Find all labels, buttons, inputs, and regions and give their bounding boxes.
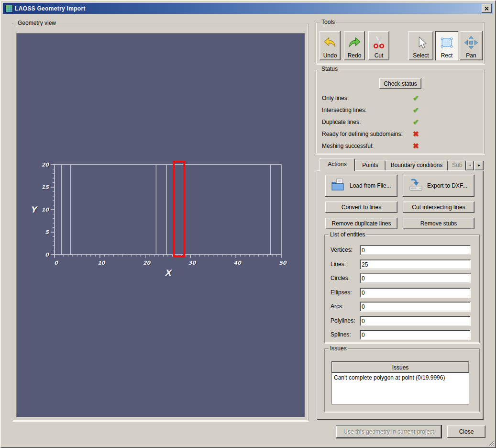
rect-tool-button[interactable]: Rect xyxy=(435,31,458,60)
entity-polylines-input[interactable] xyxy=(360,316,471,326)
tab-points[interactable]: Points xyxy=(355,160,386,171)
app-icon xyxy=(5,5,13,12)
rect-tool-label: Rect xyxy=(441,53,453,59)
tab-actions[interactable]: Actions xyxy=(320,158,355,171)
cut-tool-button[interactable]: Cut xyxy=(368,31,389,60)
status-item-label: Only lines: xyxy=(322,95,349,101)
rect-select-icon xyxy=(440,33,454,53)
cut-intersecting-lines-button[interactable]: Cut intersecting lines xyxy=(403,202,474,213)
remove-duplicate-lines-button[interactable]: Remove duplicate lines xyxy=(325,218,397,229)
title-bar[interactable]: LAOSS Geometry Import xyxy=(3,3,493,14)
export-to-dxf-button[interactable]: Export to DXF... xyxy=(403,175,474,197)
load-from-file-button[interactable]: Load from File... xyxy=(325,175,397,197)
remove-stubs-button[interactable]: Remove stubs xyxy=(403,218,474,229)
cursor-icon xyxy=(414,33,428,53)
tab-boundary-conditions[interactable]: Boundary conditions xyxy=(386,160,448,171)
svg-text:50: 50 xyxy=(279,260,287,266)
entity-vertices-input[interactable] xyxy=(360,245,471,255)
list-of-entities-group: List of entities Vertices:Lines:Circles:… xyxy=(324,235,480,343)
tab-bar: ActionsPointsBoundary conditionsSub ◄ ► xyxy=(317,158,484,171)
pan-arrows-icon xyxy=(464,33,478,53)
issues-table: Issues Can't complete polygon at point (… xyxy=(331,361,469,404)
entity-field-label: Circles: xyxy=(331,273,350,283)
tab-scroll-right-icon[interactable]: ► xyxy=(474,161,484,170)
entity-field-label: Splines: xyxy=(331,330,351,340)
convert-to-lines-button[interactable]: Convert to lines xyxy=(325,202,397,213)
entity-field-label: Ellipses: xyxy=(331,288,352,298)
check-icon: ✔ xyxy=(413,106,419,114)
undo-icon xyxy=(323,33,337,53)
entity-arcs-input[interactable] xyxy=(360,302,471,312)
close-button[interactable]: Close xyxy=(447,426,485,438)
status-row: Intersecting lines:✔ xyxy=(322,106,475,115)
status-row: Duplicate lines:✔ xyxy=(322,118,475,127)
entity-ellipses-input[interactable] xyxy=(360,288,471,298)
status-row: Meshing successful:✖ xyxy=(322,142,475,151)
svg-text:30: 30 xyxy=(188,260,197,266)
check-status-button[interactable]: Check status xyxy=(379,78,421,89)
status-item-label: Ready for defining subdomains: xyxy=(322,131,403,137)
issues-group: Issues Issues Can't complete polygon at … xyxy=(324,348,480,412)
entity-splines-input[interactable] xyxy=(360,330,471,340)
folder-open-icon xyxy=(331,178,346,193)
redo-tool-button[interactable]: Redo xyxy=(344,31,365,60)
undo-tool-button[interactable]: Undo xyxy=(320,31,341,60)
entity-field-label: Vertices: xyxy=(331,245,353,255)
window-title: LAOSS Geometry Import xyxy=(15,5,492,12)
entity-lines-input[interactable] xyxy=(360,259,471,269)
status-group: Status Check status Only lines:✔Intersec… xyxy=(316,69,485,154)
status-item-label: Meshing successful: xyxy=(322,143,374,149)
tools-label: Tools xyxy=(320,19,336,25)
svg-text:0: 0 xyxy=(54,260,58,266)
list-of-entities-label: List of entities xyxy=(329,231,366,238)
redo-tool-label: Redo xyxy=(348,53,362,59)
check-icon: ✔ xyxy=(413,118,419,126)
svg-text:20: 20 xyxy=(42,162,50,168)
entity-circles-input[interactable] xyxy=(360,273,471,283)
pan-tool-label: Pan xyxy=(466,53,476,59)
dialog-window: LAOSS Geometry Import Geometry view 0010… xyxy=(0,0,496,448)
entity-field-label: Arcs: xyxy=(331,302,343,312)
cross-icon: ✖ xyxy=(413,130,419,138)
tab-sub[interactable]: Sub xyxy=(448,160,466,171)
svg-text:10: 10 xyxy=(42,207,50,213)
status-label: Status xyxy=(320,66,339,72)
undo-tool-label: Undo xyxy=(323,53,337,59)
svg-text:Y: Y xyxy=(31,205,38,214)
issues-table-body: Can't complete polygon at point (0/19.99… xyxy=(331,373,469,404)
geometry-view-label: Geometry view xyxy=(16,20,57,26)
entity-field-label: Polylines: xyxy=(331,316,355,326)
resize-grip[interactable] xyxy=(487,439,494,446)
issues-table-header[interactable]: Issues xyxy=(331,361,469,373)
actions-tab-panel: Load from File... Export to DXF... Conve… xyxy=(317,170,484,420)
export-drive-icon xyxy=(408,178,424,193)
load-from-file-label: Load from File... xyxy=(350,182,391,189)
tools-group: Tools UndoRedoCutSelectRectPan xyxy=(316,22,485,64)
svg-text:15: 15 xyxy=(42,184,50,190)
cross-icon: ✖ xyxy=(413,142,419,150)
pan-tool-button[interactable]: Pan xyxy=(460,31,483,60)
select-tool-button[interactable]: Select xyxy=(408,31,433,60)
geometry-view-group: Geometry view 00101020203030404050500055… xyxy=(12,23,309,421)
svg-text:10: 10 xyxy=(98,260,106,266)
export-to-dxf-label: Export to DXF... xyxy=(427,182,467,189)
close-icon[interactable] xyxy=(482,4,492,13)
use-geometry-button[interactable]: Use this geometry in current project xyxy=(336,426,441,438)
entity-field-label: Lines: xyxy=(331,259,346,269)
select-tool-label: Select xyxy=(413,53,429,59)
geometry-canvas[interactable]: 00101020203030404050500055101015152020XX… xyxy=(16,33,305,417)
status-item-label: Intersecting lines: xyxy=(322,107,366,113)
check-icon: ✔ xyxy=(413,94,419,102)
issue-row[interactable]: Can't complete polygon at point (0/19.99… xyxy=(332,373,469,382)
status-item-label: Duplicate lines: xyxy=(322,119,361,125)
status-row: Only lines:✔ xyxy=(322,94,475,103)
cut-tool-label: Cut xyxy=(375,53,384,59)
redo-icon xyxy=(347,33,362,53)
svg-text:40: 40 xyxy=(234,260,242,266)
scissors-icon xyxy=(372,33,386,53)
svg-text:20: 20 xyxy=(143,260,151,266)
svg-text:0: 0 xyxy=(45,252,49,258)
issues-group-label: Issues xyxy=(329,345,348,352)
tab-scroll-left-icon[interactable]: ◄ xyxy=(466,161,474,170)
svg-text:5: 5 xyxy=(45,229,49,235)
